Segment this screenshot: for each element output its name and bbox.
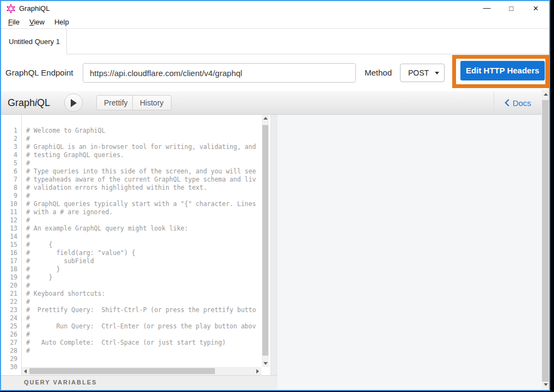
code-line: # { bbox=[22, 241, 262, 249]
code-line: # } bbox=[22, 273, 262, 282]
prettify-button[interactable]: Prettify bbox=[96, 95, 136, 110]
title-bar: GraphiQL — □ ✕ bbox=[1, 1, 549, 16]
code-line: # An example GraphQL query might look li… bbox=[22, 225, 262, 233]
code-line: # typeaheads aware of the current GraphQ… bbox=[22, 176, 262, 184]
history-button[interactable]: History bbox=[132, 95, 171, 110]
docs-label: Docs bbox=[513, 98, 531, 108]
code-lines[interactable]: # Welcome to GraphiQL## GraphiQL is an i… bbox=[22, 115, 262, 375]
editor-horizontal-scrollbar[interactable] bbox=[22, 367, 261, 375]
line-number: 4 bbox=[1, 151, 21, 159]
maximize-button[interactable]: □ bbox=[499, 1, 524, 16]
edit-http-headers-button[interactable]: Edit HTTP Headers bbox=[460, 61, 545, 80]
minimize-button[interactable]: — bbox=[475, 1, 499, 16]
logo-pre: Graph bbox=[8, 97, 35, 108]
line-number: 6 bbox=[1, 167, 21, 176]
line-number: 14 bbox=[1, 233, 21, 241]
scroll-down-icon[interactable] bbox=[262, 360, 269, 367]
code-line: # GraphQL queries typically start with a… bbox=[22, 200, 262, 208]
code-line: # bbox=[22, 314, 262, 322]
logo-post: QL bbox=[37, 97, 50, 108]
code-line: # testing GraphQL queries. bbox=[22, 151, 262, 159]
menu-bar: File View Help bbox=[1, 16, 549, 28]
line-number: 29 bbox=[1, 355, 21, 363]
code-line: # bbox=[22, 192, 262, 200]
play-icon bbox=[70, 99, 77, 107]
code-line: # Prettify Query: Shift-Ctrl-P (or press… bbox=[22, 306, 262, 314]
scroll-right-icon[interactable] bbox=[254, 368, 261, 375]
line-number: 10 bbox=[1, 200, 21, 208]
line-number: 2 bbox=[1, 135, 21, 143]
line-number: 7 bbox=[1, 176, 21, 184]
line-number: 21 bbox=[1, 290, 21, 298]
line-number: 24 bbox=[1, 314, 21, 322]
dropdown-caret-icon bbox=[435, 72, 439, 74]
endpoint-input[interactable] bbox=[83, 63, 356, 83]
line-number: 25 bbox=[1, 322, 21, 331]
tab-untitled-query-1[interactable]: Untitled Query 1 bbox=[1, 29, 67, 54]
line-number-gutter: 1234567891011121314151617181920212223242… bbox=[1, 115, 22, 375]
code-line: # with a # are ignored. bbox=[22, 208, 262, 216]
pane-divider[interactable] bbox=[270, 115, 278, 375]
line-number: 27 bbox=[1, 339, 21, 347]
code-line: # bbox=[22, 233, 262, 241]
editor-vertical-scrollbar[interactable] bbox=[262, 115, 269, 367]
app-window: GraphiQL — □ ✕ File View Help Untitled Q… bbox=[0, 0, 550, 391]
code-line: # bbox=[22, 135, 262, 143]
scroll-up-icon[interactable] bbox=[542, 91, 549, 98]
line-number: 8 bbox=[1, 184, 21, 192]
app-vertical-scrollbar[interactable] bbox=[541, 90, 549, 389]
endpoint-label: GraphQL Endpoint bbox=[5, 54, 73, 91]
code-line: # GraphiQL is an in-browser tool for wri… bbox=[22, 143, 262, 151]
menu-file[interactable]: File bbox=[3, 16, 24, 28]
docs-toggle[interactable]: Docs bbox=[494, 91, 541, 114]
result-panel bbox=[278, 115, 541, 389]
code-line: # } bbox=[22, 265, 262, 273]
line-number: 23 bbox=[1, 306, 21, 314]
close-button[interactable]: ✕ bbox=[524, 1, 548, 16]
code-line: # bbox=[22, 282, 262, 290]
graphql-logo-icon bbox=[7, 4, 15, 13]
tab-strip-filler bbox=[67, 29, 549, 54]
line-number: 1 bbox=[1, 127, 21, 135]
line-number: 18 bbox=[1, 265, 21, 273]
code-line: # bbox=[22, 216, 262, 225]
graphiql-wordmark: GraphiQL bbox=[8, 91, 50, 114]
code-line: # Type queries into this side of the scr… bbox=[22, 167, 262, 176]
tab-strip: Untitled Query 1 bbox=[1, 28, 549, 54]
method-select[interactable]: POST bbox=[400, 64, 445, 82]
line-number: 20 bbox=[1, 282, 21, 290]
scroll-left-icon[interactable] bbox=[22, 368, 29, 375]
line-number: 16 bbox=[1, 249, 21, 257]
code-line: # validation errors highlighted within t… bbox=[22, 184, 262, 192]
run-query-button[interactable] bbox=[64, 94, 83, 112]
query-variables-bar[interactable]: QUERY VARIABLES bbox=[1, 375, 278, 389]
line-number: 22 bbox=[1, 298, 21, 306]
editor-hscroll-thumb[interactable] bbox=[29, 368, 215, 374]
menu-view[interactable]: View bbox=[24, 16, 50, 28]
code-line: # field(arg: "value") { bbox=[22, 249, 262, 257]
query-editor[interactable]: 1234567891011121314151617181920212223242… bbox=[1, 115, 270, 375]
code-line: # Welcome to GraphiQL bbox=[22, 127, 262, 135]
method-label: Method bbox=[365, 54, 392, 91]
menu-help[interactable]: Help bbox=[50, 16, 74, 28]
line-number: 17 bbox=[1, 257, 21, 265]
line-number: 12 bbox=[1, 216, 21, 225]
code-line: # Auto Complete: Ctrl-Space (or just sta… bbox=[22, 339, 262, 347]
editor-vscroll-thumb[interactable] bbox=[262, 125, 268, 356]
graphiql-toolbar: GraphiQL Prettify History Docs bbox=[1, 91, 541, 115]
method-selected-value: POST bbox=[408, 64, 429, 82]
window-title: GraphiQL bbox=[19, 1, 50, 16]
code-line: # bbox=[22, 159, 262, 167]
line-number: 13 bbox=[1, 225, 21, 233]
line-number: 19 bbox=[1, 273, 21, 282]
scroll-down-icon[interactable] bbox=[542, 381, 549, 388]
line-number: 5 bbox=[1, 159, 21, 167]
line-number: 3 bbox=[1, 143, 21, 151]
window-controls: — □ ✕ bbox=[475, 1, 548, 16]
line-number: 9 bbox=[1, 192, 21, 200]
app-scroll-thumb[interactable] bbox=[542, 100, 549, 382]
chevron-left-icon bbox=[504, 99, 509, 107]
code-line: # subField bbox=[22, 257, 262, 265]
scroll-up-icon[interactable] bbox=[262, 115, 269, 122]
line-number: 11 bbox=[1, 208, 21, 216]
